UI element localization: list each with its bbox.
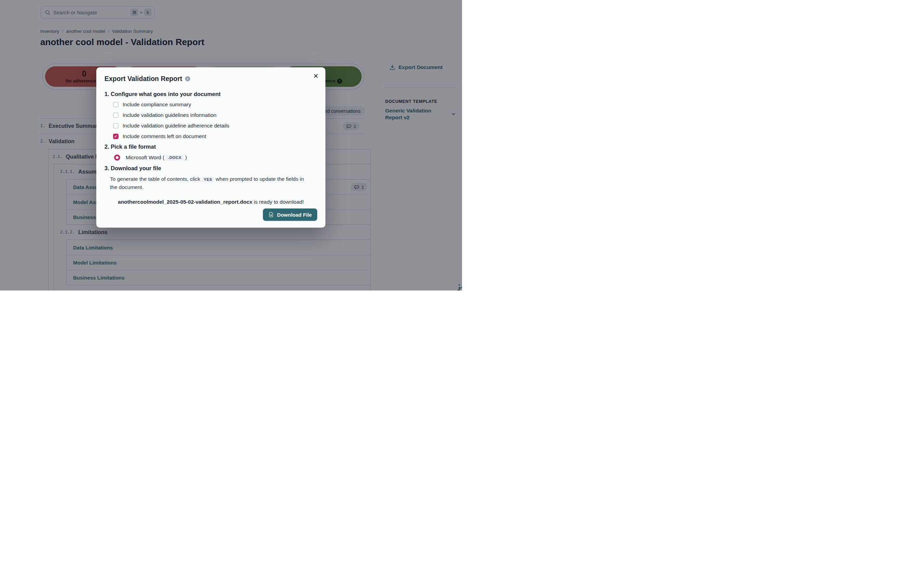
checkbox-label[interactable]: Include validation guidelines informatio… [122,112,216,118]
radio-selected[interactable] [114,154,120,161]
checkbox-unchecked[interactable] [113,102,119,107]
checkbox-unchecked[interactable] [113,113,119,118]
instruction-text: To generate the table of contents, click [110,176,200,182]
yes-chip: YES [202,177,214,182]
format-label-close: ) [185,154,187,161]
step3-heading: 3. Download your file [104,165,317,172]
export-validation-report-modal: Export Validation Report i ✕ 1. Configur… [96,67,325,228]
ready-status: anothercoolmodel_2025-05-02-validation_r… [104,199,317,205]
ready-filename: anothercoolmodel_2025-05-02-validation_r… [118,199,252,205]
step1-heading: 1. Configure what goes into your documen… [104,91,317,98]
checkbox-label[interactable]: Include validation guideline adherence d… [122,123,229,129]
checkbox-label[interactable]: Include compliance summary [122,101,191,108]
step2-heading: 2. Pick a file format [104,144,317,150]
format-label: Microsoft Word ( [125,154,164,161]
format-option-word[interactable]: Microsoft Word ( .DOCX ) [104,154,317,162]
docx-chip: .DOCX [166,155,183,160]
close-icon[interactable]: ✕ [313,73,318,79]
checkbox-label[interactable]: Include comments left on document [122,133,206,139]
checkbox-unchecked[interactable] [113,123,119,129]
info-icon[interactable]: i [185,76,190,81]
download-file-label: Download File [277,212,312,218]
option-comments-on-document[interactable]: ✓ Include comments left on document [104,132,317,140]
modal-title: Export Validation Report [104,75,182,83]
option-guideline-adherence-details[interactable]: Include validation guideline adherence d… [104,122,317,129]
ready-suffix: is ready to download! [252,199,304,205]
toc-instruction: To generate the table of contents, click… [110,175,307,191]
option-guidelines-information[interactable]: Include validation guidelines informatio… [104,111,317,119]
file-download-icon [268,212,274,217]
option-compliance-summary[interactable]: Include compliance summary [104,101,317,108]
checkbox-checked[interactable]: ✓ [113,134,119,139]
download-file-button[interactable]: Download File [263,209,317,221]
